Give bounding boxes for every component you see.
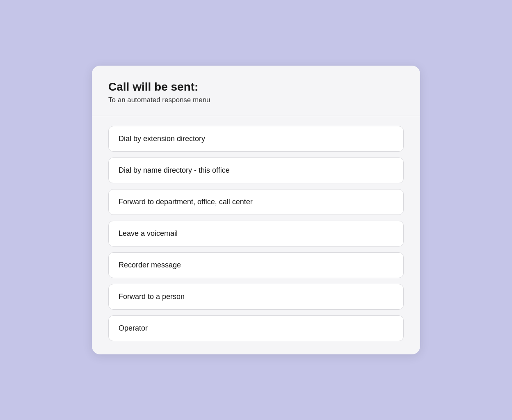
menu-item-leave-voicemail[interactable]: Leave a voicemail [108, 221, 404, 247]
main-card: Call will be sent: To an automated respo… [92, 66, 420, 354]
menu-item-dial-name[interactable]: Dial by name directory - this office [108, 158, 404, 183]
card-header: Call will be sent: To an automated respo… [92, 66, 420, 116]
card-title: Call will be sent: [108, 80, 404, 94]
card-subtitle: To an automated response menu [108, 96, 404, 104]
menu-item-dial-extension[interactable]: Dial by extension directory [108, 126, 404, 152]
menu-item-recorder-message[interactable]: Recorder message [108, 252, 404, 278]
menu-item-forward-person[interactable]: Forward to a person [108, 284, 404, 310]
card-body: Dial by extension directoryDial by name … [92, 116, 420, 354]
menu-item-operator[interactable]: Operator [108, 315, 404, 341]
menu-item-forward-department[interactable]: Forward to department, office, call cent… [108, 189, 404, 215]
